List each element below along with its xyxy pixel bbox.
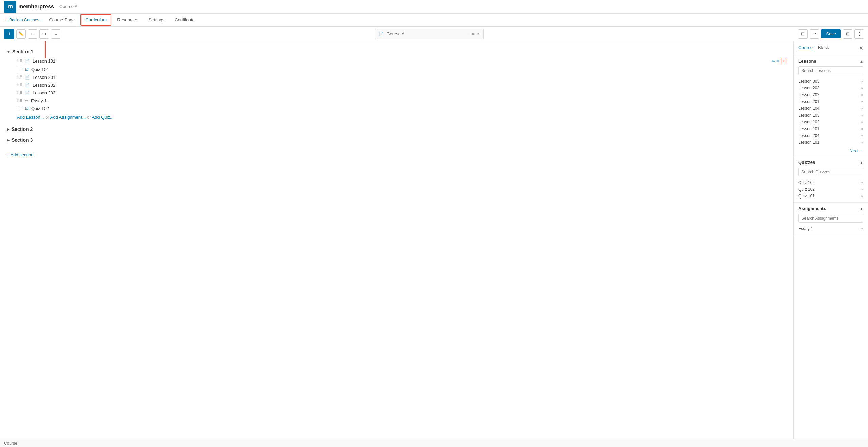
lessons-section-header[interactable]: Lessons ▲ xyxy=(794,55,868,66)
edit-icon[interactable]: ✏ xyxy=(861,86,863,90)
list-item[interactable]: Lesson 201 ✏ xyxy=(798,98,863,105)
edit-icon[interactable]: ✏ xyxy=(861,80,863,83)
add-section-button[interactable]: + Add section xyxy=(7,149,786,161)
quiz-icon: ☑ xyxy=(25,67,29,72)
lessons-section: Lessons ▲ Lesson 303 ✏ Lesson 203 ✏ Less… xyxy=(794,55,868,156)
lesson-name: Quiz 101 xyxy=(31,67,786,72)
quizzes-search-input[interactable] xyxy=(798,168,863,176)
assignments-section-header[interactable]: Assignments ▲ xyxy=(794,203,868,214)
edit-icon[interactable]: ✏ xyxy=(861,114,863,117)
list-item[interactable]: Lesson 203 ✏ xyxy=(798,85,863,91)
edit-icon[interactable]: ✏ xyxy=(861,127,863,131)
add-quiz-link[interactable]: Add Quiz... xyxy=(92,115,113,120)
drag-handle[interactable]: ⠿⠿ xyxy=(17,106,22,111)
quizzes-section-header[interactable]: Quizzes ▲ xyxy=(794,156,868,168)
sidebar-tab-block[interactable]: Block xyxy=(818,45,829,51)
course-name-field[interactable]: 📄 Course A Ctrl+K xyxy=(375,29,484,39)
lesson-actions: 👁 ✏ ✕ xyxy=(771,58,786,64)
add-links: Add Lesson... or Add Assignment... or Ad… xyxy=(17,113,786,122)
remove-icon[interactable]: ✕ xyxy=(781,58,786,64)
list-item[interactable]: Lesson 104 ✏ xyxy=(798,105,863,112)
toolbar-center: 📄 Course A Ctrl+K xyxy=(62,29,796,39)
sidebar-tab-course[interactable]: Course xyxy=(798,45,813,51)
back-to-courses-link[interactable]: Back to Courses xyxy=(4,18,39,22)
lessons-list: Lesson 303 ✏ Lesson 203 ✏ Lesson 202 ✏ L… xyxy=(794,78,868,149)
tab-curriculum[interactable]: Curriculum xyxy=(80,14,111,26)
edit-icon[interactable]: ✏ xyxy=(861,141,863,144)
list-view-button[interactable]: ≡ xyxy=(51,29,60,39)
drag-handle[interactable]: ⠿⠿ xyxy=(17,83,22,87)
drag-handle[interactable]: ⠿⠿ xyxy=(17,67,22,72)
nav-tabs: Back to Courses Course Page Curriculum R… xyxy=(0,14,868,27)
save-button[interactable]: Save xyxy=(821,29,841,38)
external-link-btn[interactable]: ↗ xyxy=(810,29,819,39)
list-item[interactable]: Quiz 102 ✏ xyxy=(798,179,863,186)
add-button[interactable]: + xyxy=(4,29,14,39)
edit-icon[interactable]: ✏ xyxy=(861,181,863,185)
quizzes-section-title: Quizzes xyxy=(798,160,815,165)
section-2-header[interactable]: ▶ Section 2 xyxy=(7,124,786,134)
edit-icon[interactable]: ✏ xyxy=(861,107,863,110)
edit-icon[interactable]: ✏ xyxy=(861,120,863,124)
list-item[interactable]: Lesson 101 ✏ xyxy=(798,139,863,146)
list-item[interactable]: Lesson 202 ✏ xyxy=(798,91,863,98)
list-item[interactable]: Lesson 102 ✏ xyxy=(798,119,863,125)
lesson-name: Lesson 203 xyxy=(33,90,786,96)
edit-icon[interactable]: ✏ xyxy=(861,93,863,97)
edit-icon[interactable]: ✏ xyxy=(861,100,863,104)
assignments-search-input[interactable] xyxy=(798,214,863,223)
list-item[interactable]: Essay 1 ✏ xyxy=(798,225,863,232)
section-1-toggle: ▼ xyxy=(7,50,10,54)
file-icon: 📄 xyxy=(25,75,30,80)
more-options-btn[interactable]: ⋮ xyxy=(854,29,864,39)
lessons-search-input[interactable] xyxy=(798,66,863,75)
tab-settings[interactable]: Settings xyxy=(144,14,169,25)
add-section-label: + Add section xyxy=(7,152,33,157)
view-icon-btn[interactable]: ⊡ xyxy=(798,29,808,39)
lesson-name: Lesson 201 xyxy=(33,75,786,80)
drag-handle[interactable]: ⠿⠿ xyxy=(17,91,22,95)
keyboard-shortcut: Ctrl+K xyxy=(469,32,480,36)
sidebar-close-button[interactable]: ✕ xyxy=(859,45,863,51)
edit-icon[interactable]: ✏ xyxy=(861,134,863,138)
drag-handle[interactable]: ⠿⠿ xyxy=(17,59,22,63)
list-item[interactable]: Quiz 101 ✏ xyxy=(798,193,863,200)
list-item[interactable]: Lesson 303 ✏ xyxy=(798,78,863,85)
add-assignment-link[interactable]: Add Assignment... xyxy=(50,115,86,120)
undo-button[interactable]: ↩ xyxy=(28,29,37,39)
toolbar-right: ⊡ ↗ Save ⊞ ⋮ xyxy=(798,29,864,39)
edit-icon[interactable]: ✏ xyxy=(861,188,863,191)
memberpress-logo: m xyxy=(4,1,16,13)
right-sidebar: Course Block ✕ Lessons ▲ Lesson 303 ✏ Le… xyxy=(793,41,868,439)
edit-pencil-icon[interactable]: ✏ xyxy=(776,59,779,63)
top-bar: m memberpress Course A xyxy=(0,0,868,14)
lesson-item-203: ⠿⠿ 📄 Lesson 203 xyxy=(17,89,786,97)
redo-button[interactable]: ↪ xyxy=(39,29,49,39)
list-item[interactable]: Lesson 101 ✏ xyxy=(798,125,863,132)
tab-resources[interactable]: Resources xyxy=(113,14,143,25)
lesson-name: Quiz 102 xyxy=(31,106,786,111)
tab-certificate[interactable]: Certificate xyxy=(170,14,199,25)
section-3-header[interactable]: ▶ Section 3 xyxy=(7,135,786,145)
list-item[interactable]: Lesson 103 ✏ xyxy=(798,112,863,119)
lesson-item-101: ⠿⠿ 📄 Lesson 101 👁 ✏ ✕ xyxy=(17,56,786,66)
sidebar-toggle-btn[interactable]: ⊞ xyxy=(843,29,852,39)
lessons-next-link[interactable]: Next → xyxy=(794,149,868,156)
add-lesson-link[interactable]: Add Lesson... xyxy=(17,115,44,120)
quizzes-section: Quizzes ▲ Quiz 102 ✏ Quiz 202 ✏ Quiz 101… xyxy=(794,156,868,203)
list-item[interactable]: Quiz 202 ✏ xyxy=(798,186,863,193)
lesson-item-201: ⠿⠿ 📄 Lesson 201 xyxy=(17,73,786,81)
eye-icon[interactable]: 👁 xyxy=(771,59,775,63)
file-icon: 📄 xyxy=(25,91,30,95)
drag-handle[interactable]: ⠿⠿ xyxy=(17,99,22,103)
edit-icon[interactable]: ✏ xyxy=(861,194,863,198)
assignments-list: Essay 1 ✏ xyxy=(794,225,868,235)
edit-icon[interactable]: ✏ xyxy=(861,227,863,231)
file-icon: 📄 xyxy=(25,59,30,63)
tab-course-page[interactable]: Course Page xyxy=(44,14,79,25)
list-item[interactable]: Lesson 204 ✏ xyxy=(798,132,863,139)
section-2-toggle: ▶ xyxy=(7,127,10,131)
edit-icon-btn[interactable]: ✏️ xyxy=(16,29,26,39)
drag-handle[interactable]: ⠿⠿ xyxy=(17,75,22,80)
section-1-header[interactable]: ▼ Section 1 xyxy=(7,47,786,56)
